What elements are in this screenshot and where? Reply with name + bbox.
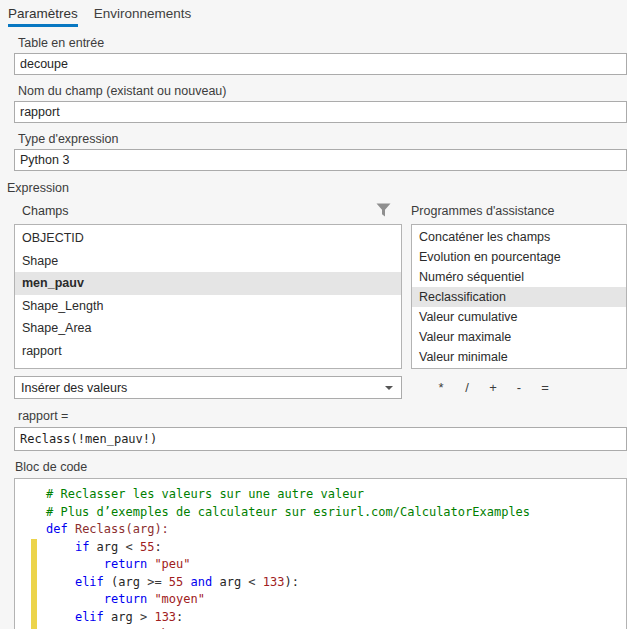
operator-buttons: */+-=: [428, 380, 558, 395]
code-lines: # Reclasser les valeurs sur une autre va…: [15, 486, 626, 629]
operator-button[interactable]: =: [532, 380, 558, 395]
lists-header: Champs Programmes d'assistance: [0, 203, 627, 218]
field-list-item[interactable]: OBJECTID: [15, 227, 401, 250]
helpers-list-label: Programmes d'assistance: [397, 204, 554, 218]
field-list-item[interactable]: men_pauv: [15, 272, 401, 295]
filter-icon[interactable]: [376, 203, 391, 218]
helper-list-item[interactable]: Valeur cumulative: [412, 307, 626, 327]
expression-type-label: Type d'expression: [18, 132, 627, 146]
field-name-label: Nom du champ (existant ou nouveau): [18, 84, 627, 98]
tab-parametres[interactable]: Paramètres: [8, 6, 78, 27]
field-list-item[interactable]: Shape_Length: [15, 295, 401, 318]
input-table-field[interactable]: [14, 53, 627, 75]
code-line: # Reclasser les valeurs sur une autre va…: [15, 486, 626, 504]
operator-button[interactable]: -: [506, 380, 532, 395]
helper-list-item[interactable]: Concaténer les champs: [412, 227, 626, 247]
helper-list-item[interactable]: Valeur minimale: [412, 347, 626, 367]
operator-button[interactable]: /: [454, 380, 480, 395]
expression-lists: OBJECTIDShapemen_pauvShape_LengthShape_A…: [14, 224, 627, 369]
code-line: return "moyen": [15, 591, 626, 609]
field-list-item[interactable]: Shape_Area: [15, 317, 401, 340]
expression-input[interactable]: [14, 427, 627, 451]
operator-button[interactable]: *: [428, 380, 454, 395]
calculate-field-pane: Paramètres Environnements Table en entré…: [0, 0, 627, 629]
code-line: def Reclass(arg):: [15, 521, 626, 539]
code-line: # Plus d’exemples de calculateur sur esr…: [15, 504, 626, 522]
helpers-list[interactable]: Concaténer les champsEvolution en pource…: [411, 224, 627, 369]
field-name-field[interactable]: [14, 101, 627, 123]
helper-list-item[interactable]: Valeur maximale: [412, 327, 626, 347]
assignment-label: rapport =: [18, 409, 627, 423]
code-line: return "peu": [15, 556, 626, 574]
insert-values-row: Insérer des valeurs */+-=: [14, 376, 627, 399]
helper-list-item[interactable]: Evolution en pourcentage: [412, 247, 626, 267]
code-line: elif (arg >= 55 and arg < 133):: [15, 574, 626, 592]
field-list-item[interactable]: rapport: [15, 340, 401, 363]
helper-list-item[interactable]: Reclassification: [412, 287, 626, 307]
fields-list[interactable]: OBJECTIDShapemen_pauvShape_LengthShape_A…: [14, 224, 402, 369]
code-block-editor[interactable]: # Reclasser les valeurs sur une autre va…: [14, 478, 627, 629]
helper-list-item[interactable]: Numéro séquentiel: [412, 267, 626, 287]
expression-type-dropdown[interactable]: [14, 149, 627, 171]
tab-bar: Paramètres Environnements: [0, 0, 627, 27]
fields-list-label: Champs: [22, 204, 69, 218]
code-line: if arg < 55:: [15, 539, 626, 557]
tab-environnements[interactable]: Environnements: [94, 6, 192, 27]
chevron-down-icon: [385, 386, 393, 390]
code-line: elif arg > 133:: [15, 609, 626, 627]
expression-section-label: Expression: [7, 181, 627, 195]
input-table-label: Table en entrée: [18, 36, 627, 50]
insert-values-label: Insérer des valeurs: [21, 381, 385, 395]
code-block-label: Bloc de code: [15, 460, 627, 474]
operator-button[interactable]: +: [480, 380, 506, 395]
insert-values-dropdown[interactable]: Insérer des valeurs: [14, 376, 402, 399]
field-list-item[interactable]: Shape: [15, 250, 401, 273]
